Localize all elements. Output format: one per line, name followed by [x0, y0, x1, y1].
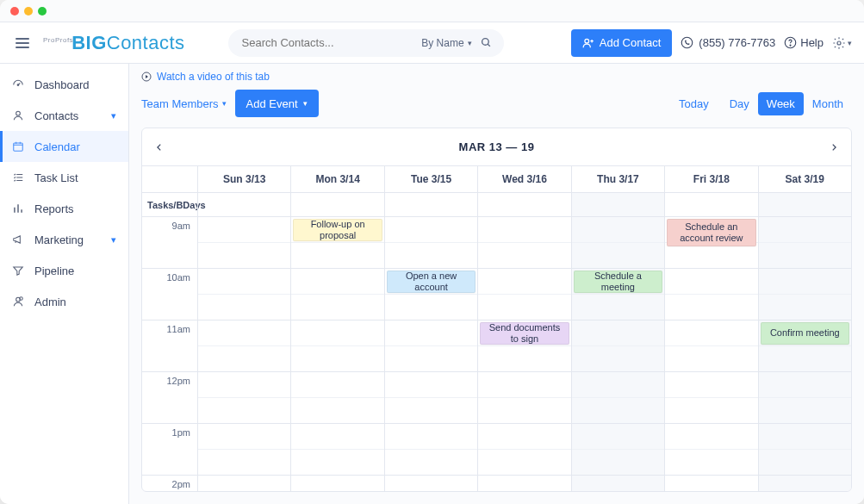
tasks-cell[interactable]: [290, 193, 383, 216]
search-box[interactable]: By Name ▾: [228, 29, 504, 57]
sidebar: DashboardContacts▾CalendarTask ListRepor…: [0, 64, 129, 504]
add-contact-button[interactable]: Add Contact: [571, 29, 673, 57]
tasks-cell[interactable]: [758, 193, 851, 216]
caret-down-icon: ▾: [222, 99, 227, 108]
tasks-cell[interactable]: [664, 193, 757, 216]
time-slot[interactable]: [571, 476, 664, 491]
time-slot[interactable]: [290, 476, 383, 491]
time-slot[interactable]: [384, 217, 477, 269]
time-slot[interactable]: [477, 476, 570, 491]
time-slot[interactable]: [197, 476, 290, 491]
calendar-event[interactable]: Confirm meeting: [761, 322, 849, 345]
sidebar-item-tasklist[interactable]: Task List: [0, 162, 128, 193]
svg-point-11: [20, 297, 23, 301]
time-slot[interactable]: [758, 269, 851, 320]
tasks-cell[interactable]: [571, 193, 664, 216]
time-slot[interactable]: [477, 424, 570, 476]
time-slot[interactable]: [664, 269, 757, 320]
time-slot[interactable]: [664, 476, 757, 491]
time-slot[interactable]: [758, 476, 851, 491]
sidebar-item-dashboard[interactable]: Dashboard: [0, 69, 128, 100]
view-day[interactable]: Day: [721, 92, 758, 115]
time-slot[interactable]: [571, 217, 664, 269]
time-slot[interactable]: [571, 320, 664, 372]
video-hint[interactable]: Watch a video of this tab: [129, 64, 864, 86]
sidebar-item-contacts[interactable]: Contacts▾: [0, 100, 128, 131]
time-slot[interactable]: Schedule an account review: [664, 217, 757, 269]
time-slot[interactable]: [571, 424, 664, 476]
time-slot[interactable]: [758, 424, 851, 476]
time-slot[interactable]: Confirm meeting: [758, 320, 851, 372]
search-input[interactable]: [240, 35, 413, 50]
tasks-cell[interactable]: [384, 193, 477, 216]
svg-point-0: [482, 39, 488, 46]
prev-week-button[interactable]: [142, 128, 177, 165]
time-slot[interactable]: [197, 217, 290, 269]
window-zoom[interactable]: [38, 7, 47, 16]
time-slot[interactable]: [384, 476, 477, 491]
sidebar-item-reports[interactable]: Reports: [0, 193, 128, 224]
sidebar-item-calendar[interactable]: Calendar: [0, 131, 128, 162]
time-slot[interactable]: [197, 269, 290, 320]
time-slot[interactable]: Schedule a meeting: [571, 269, 664, 320]
time-slot[interactable]: [758, 217, 851, 269]
time-slot[interactable]: Open a new account: [384, 269, 477, 320]
time-slot[interactable]: [290, 320, 383, 372]
time-slot[interactable]: [477, 372, 570, 424]
window-minimize[interactable]: [24, 7, 33, 16]
hour-label: 10am: [142, 269, 197, 320]
time-slot[interactable]: [197, 424, 290, 476]
time-slot[interactable]: Follow-up on proposal: [290, 217, 383, 269]
time-slot[interactable]: [290, 424, 383, 476]
calendar-event[interactable]: Send documents to sign: [480, 322, 569, 345]
calendar-event[interactable]: Schedule a meeting: [574, 271, 662, 293]
time-slot[interactable]: [290, 269, 383, 320]
calendar: MAR 13 — 19 Sun 3/13Mon 3/14Tue 3/15Wed …: [141, 128, 852, 492]
calendar-event[interactable]: Open a new account: [387, 271, 476, 293]
time-slot[interactable]: [477, 269, 570, 320]
funnel-icon: [12, 264, 26, 277]
time-slot[interactable]: [384, 320, 477, 372]
time-slot[interactable]: [758, 372, 851, 424]
add-event-button[interactable]: Add Event ▾: [235, 90, 319, 117]
sidebar-item-marketing[interactable]: Marketing▾: [0, 224, 128, 255]
time-slot[interactable]: [290, 372, 383, 424]
play-icon: [141, 72, 152, 82]
time-slot[interactable]: [664, 320, 757, 372]
time-slot[interactable]: [197, 372, 290, 424]
topbar: ProProfs BIG Contacts By Name ▾ Add Cont…: [0, 22, 864, 64]
brand-logo[interactable]: ProProfs BIG Contacts: [41, 32, 185, 54]
team-members-dropdown[interactable]: Team Members ▾: [141, 97, 227, 110]
time-slot[interactable]: Send documents to sign: [477, 320, 570, 372]
search-icon[interactable]: [481, 37, 492, 48]
help-link[interactable]: Help: [784, 36, 824, 49]
window-close[interactable]: [10, 7, 19, 16]
time-slot[interactable]: [664, 424, 757, 476]
video-hint-label[interactable]: Watch a video of this tab: [157, 71, 270, 83]
hour-label: 2pm: [142, 476, 197, 491]
sidebar-item-pipeline[interactable]: Pipeline: [0, 255, 128, 286]
calendar-scroll[interactable]: 9amFollow-up on proposalSchedule an acco…: [142, 217, 851, 491]
settings-menu[interactable]: ▾: [832, 36, 852, 50]
calendar-event[interactable]: Schedule an account review: [667, 219, 755, 246]
time-slot[interactable]: [384, 372, 477, 424]
time-slot[interactable]: [384, 424, 477, 476]
add-user-icon: [582, 37, 594, 49]
time-slot[interactable]: [664, 372, 757, 424]
today-button[interactable]: Today: [670, 92, 718, 115]
time-slot[interactable]: [571, 372, 664, 424]
time-slot[interactable]: [197, 320, 290, 372]
time-slot[interactable]: [477, 217, 570, 269]
view-month[interactable]: Month: [804, 92, 852, 115]
sidebar-item-admin[interactable]: Admin: [0, 286, 128, 317]
next-week-button[interactable]: [817, 128, 851, 165]
calendar-event[interactable]: Follow-up on proposal: [293, 219, 382, 241]
menu-toggle[interactable]: [12, 34, 33, 52]
day-header: Sat 3/19: [758, 166, 851, 192]
support-phone[interactable]: (855) 776-7763: [681, 36, 775, 49]
svg-point-2: [585, 39, 589, 43]
view-week[interactable]: Week: [758, 92, 804, 115]
tasks-cell[interactable]: [477, 193, 570, 216]
search-filter[interactable]: By Name ▾: [421, 37, 471, 49]
tasks-cell[interactable]: [197, 193, 290, 216]
